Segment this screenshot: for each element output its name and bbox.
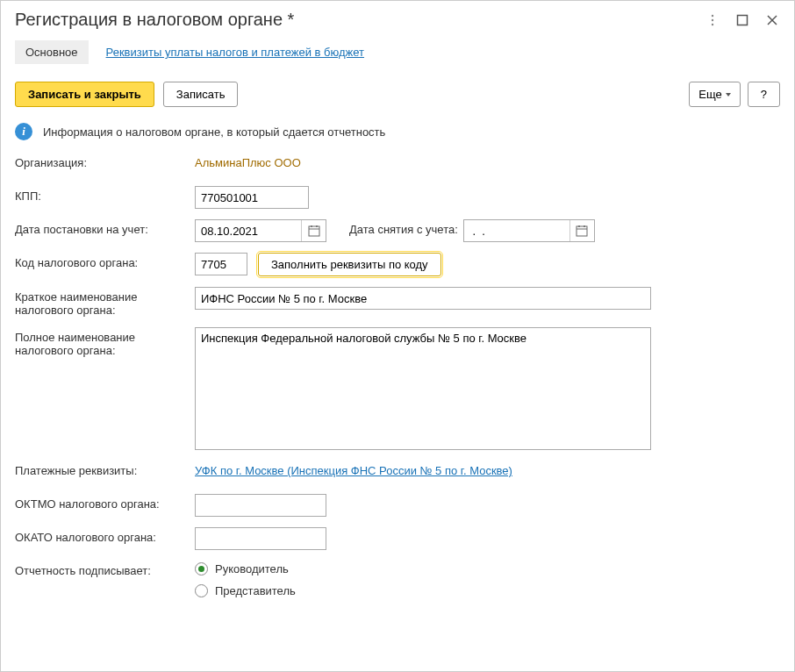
toolbar: Записать и закрыть Записать Еще ? <box>1 75 794 114</box>
more-button[interactable]: Еще <box>689 82 740 107</box>
window: Регистрация в налоговом органе * Основно… <box>0 0 795 672</box>
short-name-input[interactable] <box>195 287 651 310</box>
label-reg-date: Дата постановки на учет: <box>15 219 195 236</box>
radio-rep[interactable]: Представитель <box>195 584 296 597</box>
label-kpp: КПП: <box>15 186 195 203</box>
form: Организация: АльминаПлюс ООО КПП: Дата п… <box>1 149 794 611</box>
kpp-input[interactable] <box>195 186 309 209</box>
label-org: Организация: <box>15 153 195 169</box>
close-icon[interactable] <box>764 12 780 28</box>
maximize-icon[interactable] <box>734 12 750 28</box>
more-button-label: Еще <box>698 88 721 101</box>
svg-point-0 <box>712 14 713 16</box>
svg-point-2 <box>712 23 713 25</box>
help-button[interactable]: ? <box>748 82 780 107</box>
label-oktmo: ОКТМО налогового органа: <box>15 494 195 511</box>
label-dereg-date: Дата снятия с учета: <box>349 219 458 236</box>
tab-main[interactable]: Основное <box>15 40 89 64</box>
label-full-name: Полное наименование налогового органа: <box>15 327 195 357</box>
label-tax-code: Код налогового органа: <box>15 253 195 269</box>
full-name-textarea[interactable]: Инспекция Федеральной налоговой службы №… <box>195 327 651 450</box>
calendar-icon <box>576 225 588 237</box>
signer-radio-group: Руководитель Представитель <box>195 561 296 597</box>
radio-rep-label: Представитель <box>215 584 296 597</box>
org-value[interactable]: АльминаПлюс ООО <box>195 153 301 169</box>
reg-date-input[interactable] <box>196 220 301 241</box>
svg-rect-10 <box>577 226 587 236</box>
label-okato: ОКАТО налогового органа: <box>15 527 195 544</box>
label-signer: Отчетность подписывает: <box>15 561 195 577</box>
window-controls <box>705 12 780 28</box>
okato-input[interactable] <box>195 527 326 550</box>
label-payment-req: Платежные реквизиты: <box>15 461 195 477</box>
oktmo-input[interactable] <box>195 494 326 517</box>
window-title: Регистрация в налоговом органе * <box>15 10 705 30</box>
tax-code-input[interactable] <box>195 253 247 275</box>
svg-rect-6 <box>309 226 319 236</box>
titlebar: Регистрация в налоговом органе * <box>1 1 794 37</box>
radio-head-label: Руководитель <box>215 562 289 575</box>
tab-bar: Основное Реквизиты уплаты налогов и плат… <box>1 37 794 75</box>
info-bar: i Информация о налоговом органе, в котор… <box>1 114 794 149</box>
save-button[interactable]: Записать <box>163 82 239 107</box>
dereg-date-input[interactable] <box>464 220 569 241</box>
dereg-date-picker-button[interactable] <box>569 220 594 241</box>
radio-head[interactable]: Руководитель <box>195 562 296 575</box>
svg-point-1 <box>712 18 713 20</box>
kebab-menu-icon[interactable] <box>705 12 720 28</box>
reg-date-field <box>195 219 326 242</box>
chevron-down-icon <box>726 93 731 97</box>
save-close-button[interactable]: Записать и закрыть <box>15 82 154 107</box>
radio-icon <box>195 584 208 597</box>
dereg-date-field <box>463 219 595 242</box>
info-icon: i <box>15 123 32 140</box>
payment-req-link[interactable]: УФК по г. Москве (Инспекция ФНС России №… <box>195 461 512 477</box>
label-short-name: Краткое наименование налогового органа: <box>15 287 195 317</box>
radio-icon <box>195 562 208 575</box>
calendar-icon <box>308 225 320 237</box>
reg-date-picker-button[interactable] <box>301 220 326 241</box>
svg-rect-3 <box>738 15 748 25</box>
tab-requisites[interactable]: Реквизиты уплаты налогов и платежей в бю… <box>96 40 375 64</box>
fill-by-code-button[interactable]: Заполнить реквизиты по коду <box>258 253 441 276</box>
info-text: Информация о налоговом органе, в который… <box>43 125 385 139</box>
